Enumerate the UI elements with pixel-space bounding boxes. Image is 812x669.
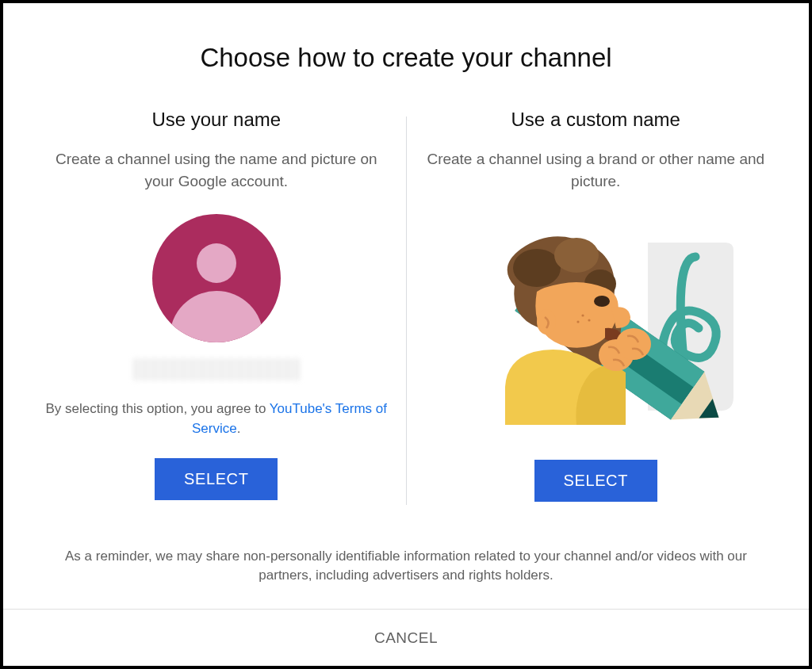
svg-point-16 <box>616 328 651 360</box>
terms-text: By selecting this option, you agree to Y… <box>43 399 390 438</box>
svg-point-14 <box>537 309 556 334</box>
select-custom-name-button[interactable]: SELECT <box>534 460 657 502</box>
svg-point-6 <box>513 249 561 287</box>
svg-point-12 <box>588 319 591 321</box>
cancel-button[interactable]: CANCEL <box>374 629 438 647</box>
svg-point-10 <box>594 296 610 307</box>
dialog-title: Choose how to create your channel <box>3 3 809 109</box>
option-use-custom-name: Use a custom name Create a channel using… <box>407 109 786 531</box>
option-own-description: Create a channel using the name and pict… <box>43 148 390 192</box>
option-custom-description: Create a channel using a brand or other … <box>423 148 770 192</box>
svg-point-7 <box>554 238 599 273</box>
dialog-footer: CANCEL <box>3 609 809 666</box>
option-custom-heading: Use a custom name <box>511 109 680 131</box>
account-avatar-block <box>133 214 300 380</box>
select-own-name-button[interactable]: SELECT <box>155 458 278 500</box>
svg-point-13 <box>577 320 580 323</box>
svg-point-11 <box>582 314 584 316</box>
option-use-your-name: Use your name Create a channel using the… <box>27 109 406 531</box>
custom-name-illustration-icon <box>450 211 741 425</box>
options-row: Use your name Create a channel using the… <box>3 109 809 531</box>
reminder-text: As a reminder, we may share non-personal… <box>3 531 809 609</box>
account-name-redacted <box>133 358 300 380</box>
create-channel-dialog: Choose how to create your channel Use yo… <box>3 3 809 666</box>
option-own-heading: Use your name <box>151 109 281 131</box>
avatar-icon <box>152 214 281 342</box>
